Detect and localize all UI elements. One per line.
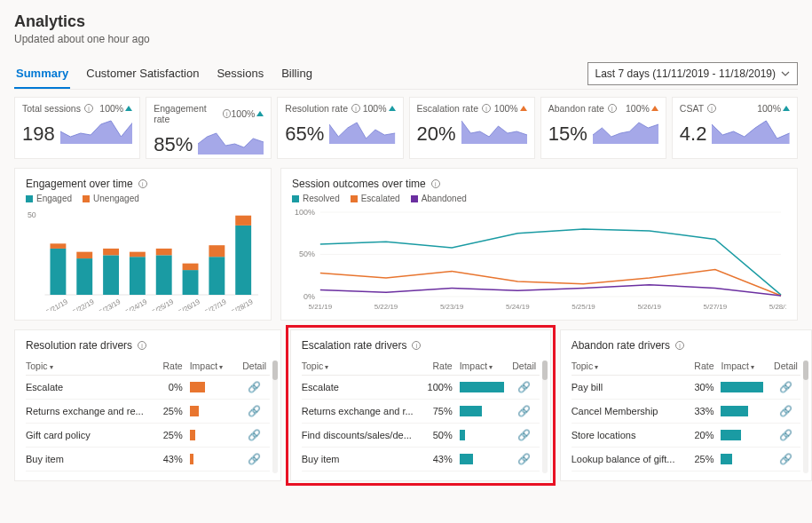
table-row[interactable]: Buy item 43% 🔗 <box>26 448 270 471</box>
topic-cell: Buy item <box>302 454 414 464</box>
col-impact: Impact▾ <box>183 361 240 371</box>
scrollbar[interactable] <box>803 361 808 473</box>
kpi-sparkline <box>593 115 658 144</box>
kpi-0[interactable]: Total sessionsi 100% 198 <box>14 97 140 159</box>
rate-cell: 75% <box>414 406 453 416</box>
kpi-trend: 100% <box>626 103 658 114</box>
info-icon[interactable]: i <box>675 341 684 350</box>
topic-cell: Returns exchange and r... <box>302 406 414 416</box>
svg-rect-23 <box>235 226 251 295</box>
detail-link-icon[interactable]: 🔗 <box>517 429 531 441</box>
table-row[interactable]: Pay bill 30% 🔗 <box>572 376 801 400</box>
svg-text:0%: 0% <box>304 292 315 301</box>
table-row[interactable]: Escalate 0% 🔗 <box>26 376 270 400</box>
rate-cell: 100% <box>414 382 453 392</box>
legend-item: Resolved <box>292 194 340 203</box>
impact-cell <box>183 382 240 392</box>
info-icon[interactable]: i <box>351 104 360 113</box>
col-topic: Topic▾ <box>572 361 675 371</box>
kpi-label: Engagement rate <box>154 103 219 124</box>
detail-link-icon[interactable]: 🔗 <box>517 381 531 393</box>
svg-text:5/24/19: 5/24/19 <box>124 297 149 311</box>
table-row[interactable]: Cancel Membership 33% 🔗 <box>572 400 801 424</box>
detail-link-icon[interactable]: 🔗 <box>248 381 261 393</box>
svg-text:5/28/19: 5/28/19 <box>230 297 255 311</box>
kpi-sparkline <box>329 115 395 144</box>
impact-cell <box>713 406 770 416</box>
detail-link-icon[interactable]: 🔗 <box>779 381 792 393</box>
kpi-2[interactable]: Resolution ratei 100% 65% <box>277 97 403 159</box>
detail-link-icon[interactable]: 🔗 <box>248 405 261 417</box>
svg-text:5/27/19: 5/27/19 <box>204 297 229 311</box>
topic-cell: Buy item <box>26 454 144 464</box>
kpi-3[interactable]: Escalation ratei 100% 20% <box>409 97 535 159</box>
detail-link-icon[interactable]: 🔗 <box>779 429 792 441</box>
info-icon[interactable]: i <box>431 179 440 188</box>
trend-up-icon <box>651 106 658 111</box>
trend-up-icon <box>520 106 527 111</box>
topic-cell: Cancel Membership <box>572 406 675 416</box>
svg-rect-14 <box>156 255 172 295</box>
info-icon[interactable]: i <box>138 179 147 188</box>
rate-cell: 43% <box>414 454 453 464</box>
rate-cell: 25% <box>144 430 183 440</box>
kpi-sparkline <box>461 115 527 144</box>
svg-rect-12 <box>130 252 146 258</box>
rate-cell: 43% <box>144 454 183 464</box>
impact-cell <box>453 430 509 440</box>
impact-cell <box>713 454 770 464</box>
svg-rect-11 <box>130 257 146 295</box>
scrollbar[interactable] <box>542 361 548 473</box>
detail-link-icon[interactable]: 🔗 <box>779 453 792 465</box>
svg-rect-24 <box>235 216 251 226</box>
detail-link-icon[interactable]: 🔗 <box>517 405 531 417</box>
info-icon[interactable]: i <box>223 109 231 118</box>
info-icon[interactable]: i <box>138 341 146 350</box>
table-row[interactable]: Store locations 20% 🔗 <box>572 424 801 448</box>
chevron-down-icon <box>781 69 790 78</box>
engagement-legend: EngagedUnengaged <box>26 194 260 203</box>
topic-cell: Gift card policy <box>26 430 144 440</box>
table-row[interactable]: Find discounts/sales/de... 50% 🔗 <box>302 424 540 448</box>
tabs-row: Summary Customer Satisfaction Sessions B… <box>14 61 798 90</box>
kpi-4[interactable]: Abandon ratei 100% 15% <box>540 97 666 159</box>
abandon-drivers-card: Abandon rate driversi Topic▾ Rate Impact… <box>560 329 812 481</box>
table-row[interactable]: Lookup balance of gift... 25% 🔗 <box>572 448 801 471</box>
escalation-drivers-card: Escalation rate driversi Topic▾ Rate Imp… <box>290 329 551 481</box>
tab-billing[interactable]: Billing <box>280 61 314 89</box>
legend-item: Abandoned <box>411 194 467 203</box>
detail-link-icon[interactable]: 🔗 <box>517 453 531 465</box>
info-icon[interactable]: i <box>412 341 421 350</box>
detail-link-icon[interactable]: 🔗 <box>779 405 792 417</box>
impact-cell <box>183 430 240 440</box>
svg-text:50: 50 <box>28 210 36 219</box>
info-icon[interactable]: i <box>707 104 716 113</box>
info-icon[interactable]: i <box>608 104 617 113</box>
tab-summary[interactable]: Summary <box>14 61 70 89</box>
tab-sessions[interactable]: Sessions <box>215 61 265 89</box>
svg-text:5/27/19: 5/27/19 <box>704 303 728 311</box>
info-icon[interactable]: i <box>482 104 491 113</box>
table-row[interactable]: Buy item 43% 🔗 <box>302 448 540 471</box>
table-row[interactable]: Gift card policy 25% 🔗 <box>26 424 270 448</box>
rate-cell: 50% <box>414 430 453 440</box>
kpi-value: 65% <box>285 124 324 144</box>
table-row[interactable]: Escalate 100% 🔗 <box>302 376 540 400</box>
outcomes-chart: 0%50%100%5/21/195/22/195/23/195/24/195/2… <box>292 209 786 311</box>
table-row[interactable]: Returns exchange and re... 25% 🔗 <box>26 400 270 424</box>
table-row[interactable]: Returns exchange and r... 75% 🔗 <box>302 400 540 424</box>
svg-rect-2 <box>50 249 66 295</box>
svg-text:5/23/19: 5/23/19 <box>98 297 122 311</box>
tab-csat[interactable]: Customer Satisfaction <box>84 61 201 89</box>
col-impact: Impact▾ <box>713 361 770 371</box>
info-icon[interactable]: i <box>84 104 93 113</box>
detail-link-icon[interactable]: 🔗 <box>248 429 261 441</box>
date-range-picker[interactable]: Last 7 days (11/11/2019 - 11/18/2019) <box>587 62 798 85</box>
kpi-5[interactable]: CSATi 100% 4.2 <box>672 97 798 159</box>
kpi-1[interactable]: Engagement ratei 100% 85% <box>146 97 272 159</box>
detail-link-icon[interactable]: 🔗 <box>248 453 261 465</box>
scrollbar[interactable] <box>272 361 278 473</box>
trend-up-icon <box>125 106 132 111</box>
svg-text:100%: 100% <box>295 209 315 217</box>
svg-text:5/28/19: 5/28/19 <box>769 303 786 311</box>
